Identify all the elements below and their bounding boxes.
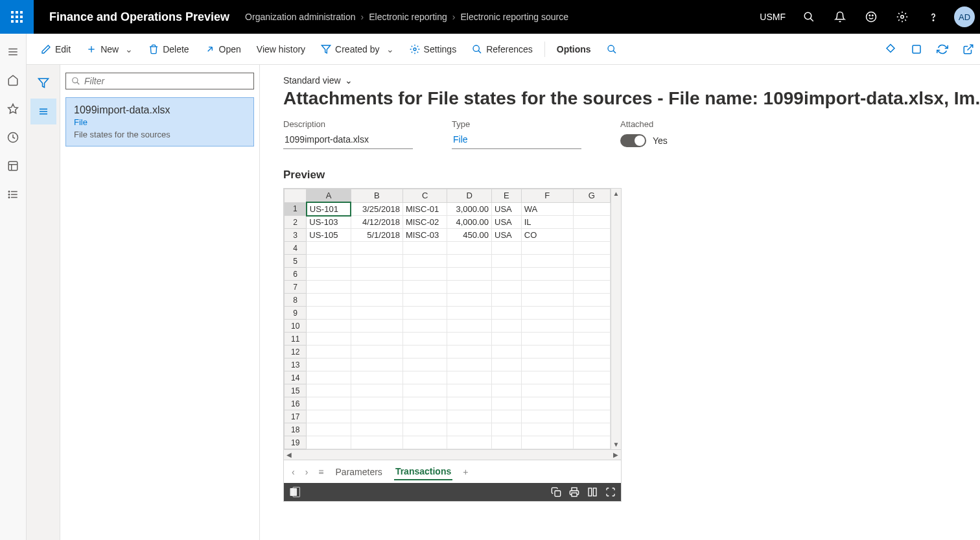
cell[interactable] xyxy=(402,320,447,333)
cell[interactable] xyxy=(573,202,610,216)
cell[interactable]: MISC-02 xyxy=(402,216,447,229)
cell[interactable] xyxy=(521,333,573,346)
delete-button[interactable]: Delete xyxy=(142,40,195,58)
cell[interactable] xyxy=(307,281,351,294)
cell[interactable]: WA xyxy=(521,202,573,216)
modules-button[interactable] xyxy=(0,182,26,207)
favorites-button[interactable] xyxy=(0,96,26,122)
cell[interactable] xyxy=(351,371,402,384)
cell[interactable] xyxy=(521,397,573,410)
notifications-button[interactable] xyxy=(824,0,856,34)
cell[interactable] xyxy=(447,294,492,307)
cell[interactable] xyxy=(307,268,351,281)
filter-input-wrap[interactable] xyxy=(65,73,254,89)
list-item[interactable]: 1099import-data.xlsx File File states fo… xyxy=(65,97,254,147)
cell[interactable] xyxy=(307,384,351,397)
cell[interactable]: 3/25/2018 xyxy=(351,202,402,216)
cell[interactable] xyxy=(521,307,573,320)
cell[interactable] xyxy=(573,397,610,410)
cell[interactable]: 5/1/2018 xyxy=(351,229,402,242)
cell[interactable] xyxy=(402,255,447,268)
new-button[interactable]: New⌄ xyxy=(80,40,139,58)
filter-pane-button[interactable] xyxy=(30,70,56,96)
cell[interactable] xyxy=(492,346,522,358)
cell[interactable] xyxy=(447,255,492,268)
cell[interactable] xyxy=(351,320,402,333)
view-dropdown[interactable]: Standard view⌄ xyxy=(283,75,980,86)
cell[interactable] xyxy=(402,423,447,436)
breadcrumb-item[interactable]: Electronic reporting xyxy=(369,12,447,22)
nav-menu-button[interactable] xyxy=(0,39,26,65)
horizontal-scrollbar[interactable]: ◀ ▶ xyxy=(284,449,621,460)
cell[interactable] xyxy=(492,307,522,320)
cell[interactable] xyxy=(402,397,447,410)
cell[interactable] xyxy=(573,229,610,242)
cell[interactable] xyxy=(447,358,492,371)
cell[interactable]: USA xyxy=(492,229,522,242)
cell[interactable] xyxy=(521,410,573,423)
cell[interactable] xyxy=(492,268,522,281)
list-pane-button[interactable] xyxy=(30,99,56,124)
cell[interactable] xyxy=(402,358,447,371)
cell[interactable] xyxy=(402,268,447,281)
cell[interactable]: USA xyxy=(492,216,522,229)
excel-grid[interactable]: ABCDEFG1US-1013/25/2018MISC-013,000.00US… xyxy=(284,189,611,449)
recent-button[interactable] xyxy=(0,124,26,150)
cell[interactable] xyxy=(492,371,522,384)
cell[interactable] xyxy=(521,242,573,255)
cell[interactable] xyxy=(351,423,402,436)
tab-parameters[interactable]: Parameters xyxy=(334,464,384,480)
breadcrumb-item[interactable]: Organization administration xyxy=(245,12,355,22)
office-button[interactable] xyxy=(905,38,928,61)
cell[interactable] xyxy=(492,294,522,307)
copy-icon[interactable] xyxy=(551,487,561,497)
cell[interactable] xyxy=(573,242,610,255)
avatar[interactable]: AD xyxy=(954,6,975,27)
cell[interactable] xyxy=(573,268,610,281)
scroll-left-icon[interactable]: ◀ xyxy=(286,451,292,458)
preview-section-header[interactable]: Preview ⌃ xyxy=(283,162,980,188)
cell[interactable] xyxy=(521,320,573,333)
filter-input[interactable] xyxy=(84,76,248,86)
cell[interactable] xyxy=(402,436,447,449)
view-history-button[interactable]: View history xyxy=(250,40,312,58)
cell[interactable] xyxy=(573,294,610,307)
cell[interactable]: 4,000.00 xyxy=(447,216,492,229)
cell[interactable] xyxy=(521,436,573,449)
cell[interactable]: 3,000.00 xyxy=(447,202,492,216)
help-button[interactable] xyxy=(918,0,949,34)
cell[interactable] xyxy=(307,358,351,371)
app-launcher-button[interactable] xyxy=(0,0,34,34)
cell[interactable] xyxy=(307,307,351,320)
tab-transactions[interactable]: Transactions xyxy=(394,464,452,480)
cell[interactable] xyxy=(307,255,351,268)
vertical-scrollbar[interactable]: ▲ ▼ xyxy=(611,189,621,449)
add-sheet-button[interactable]: + xyxy=(463,467,468,477)
cell[interactable] xyxy=(492,423,522,436)
reading-view-icon[interactable] xyxy=(587,487,598,497)
cell[interactable] xyxy=(447,436,492,449)
cell[interactable] xyxy=(492,358,522,371)
cell[interactable] xyxy=(351,294,402,307)
cell[interactable] xyxy=(351,307,402,320)
popout-button[interactable] xyxy=(957,38,980,61)
cell[interactable] xyxy=(573,320,610,333)
cell[interactable] xyxy=(492,384,522,397)
cell[interactable] xyxy=(521,281,573,294)
cell[interactable]: USA xyxy=(492,202,522,216)
cell[interactable] xyxy=(573,216,610,229)
print-icon[interactable] xyxy=(569,487,579,497)
cell[interactable] xyxy=(521,423,573,436)
cell[interactable] xyxy=(492,410,522,423)
cell[interactable] xyxy=(573,333,610,346)
cell[interactable] xyxy=(307,436,351,449)
find-button[interactable] xyxy=(600,40,624,58)
cell[interactable] xyxy=(447,281,492,294)
cell[interactable] xyxy=(307,320,351,333)
cell[interactable] xyxy=(521,346,573,358)
attachment-button[interactable] xyxy=(879,38,902,61)
cell[interactable] xyxy=(492,397,522,410)
cell[interactable] xyxy=(402,384,447,397)
cell[interactable] xyxy=(447,320,492,333)
cell[interactable] xyxy=(402,333,447,346)
